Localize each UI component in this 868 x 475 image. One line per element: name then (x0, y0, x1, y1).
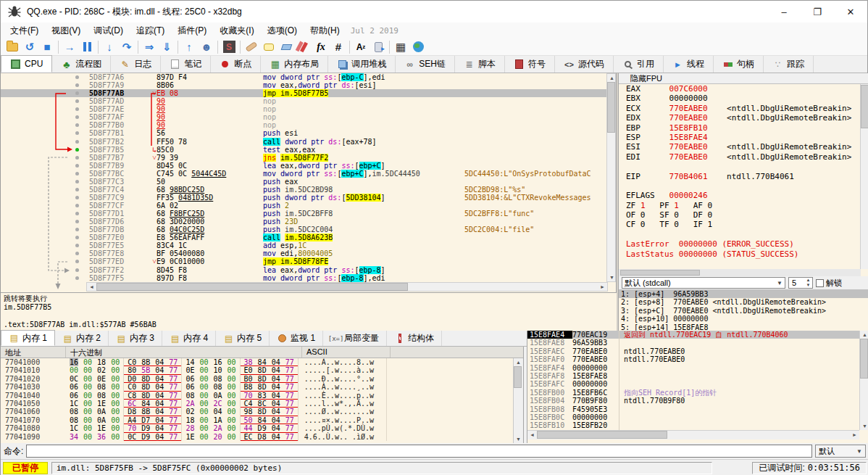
breakpoint-gutter[interactable] (1, 105, 86, 113)
breakpoint-gutter[interactable] (1, 146, 86, 154)
breakpoint-dot[interactable] (75, 180, 79, 183)
breakpoint-dot[interactable] (75, 131, 79, 135)
settings-globe-icon[interactable] (409, 39, 427, 55)
breakpoint-dot[interactable] (75, 107, 79, 111)
breakpoint-gutter[interactable] (1, 81, 86, 89)
call-arguments-list[interactable]: 1: [esp+4] 96A59BB32: [esp+8] 770EABE0 <… (619, 289, 868, 331)
dump-row[interactable]: 7704107008000A00A4D7047718001A0050840477… (1, 416, 512, 424)
dump-vertical-scrollbar[interactable]: ▲ ▼ (513, 358, 523, 443)
unlock-checkbox[interactable]: 解锁 (816, 278, 842, 289)
register-line[interactable]: EFLAGS 00000246 (619, 191, 861, 200)
registers-horizontal-scrollbar[interactable] (619, 269, 861, 276)
title-bar[interactable]: QQ.exe - PID: 268C - 模块: im.dll - 线程: 25… (1, 1, 867, 22)
register-line[interactable]: LastError 00000000 (ERROR_SUCCESS) (619, 239, 861, 249)
stop-icon[interactable]: ■ (38, 39, 56, 55)
breakpoint-dot[interactable] (75, 123, 79, 127)
breakpoint-dot[interactable] (75, 212, 79, 215)
breakpoint-gutter[interactable] (1, 97, 86, 105)
scroll-left-arrow[interactable]: ◄ (87, 283, 96, 291)
breakpoint-gutter[interactable] (1, 257, 86, 265)
disasm-row[interactable]: 5D8F77ED˅E9 0C010000jmp im.5D8F78FE (1, 257, 606, 265)
tab-内存1[interactable]: ▤内存 1 (1, 330, 55, 346)
dump-row[interactable]: 7704106008000A00D88B047702000400988D0477… (1, 408, 512, 416)
tab-断点[interactable]: 断点 (211, 56, 261, 73)
breakpoint-gutter[interactable] (1, 170, 86, 178)
disasm-row[interactable]: 5D8F77D168 F8BFC25Dpush im.5DC2BFF85DC2B… (1, 210, 606, 218)
register-line[interactable]: EBP 15E8FB10 (619, 123, 861, 133)
dump-row[interactable]: 7704103006000800C08D047706000800B88D0477… (1, 383, 512, 391)
tab-日志[interactable]: ✎日志 (111, 56, 161, 73)
menu-item-插件[interactable]: 插件(P) (171, 22, 213, 39)
function-icon[interactable]: fx (312, 39, 330, 55)
stack-panel[interactable]: 15E8FAE4770EAC19返回到 ntdll.770EAC19 自 ntd… (527, 331, 868, 443)
pause-icon[interactable] (78, 39, 96, 55)
breakpoint-dot[interactable] (75, 188, 79, 191)
register-line[interactable]: ESI 770EABE0 <ntdll.DbgUiRemoteBreakin> (619, 142, 861, 152)
breakpoint-dot[interactable] (75, 268, 79, 272)
scroll-up-arrow[interactable]: ▲ (514, 358, 523, 366)
scroll-down-arrow[interactable]: ▼ (514, 435, 523, 443)
register-line[interactable] (619, 230, 861, 239)
breakpoint-gutter[interactable] (1, 234, 86, 241)
register-line[interactable]: EDX 770EABE0 <ntdll.DbgUiRemoteBreakin> (619, 113, 861, 123)
menu-item-追踪[interactable]: 追踪(T) (130, 22, 171, 39)
modules-icon[interactable] (370, 39, 387, 55)
breakpoint-gutter[interactable] (1, 194, 86, 202)
memory-dump-panel[interactable]: 地址 十六进制 ASCII 7704100016001800C08B047714… (1, 347, 524, 443)
label-icon[interactable] (277, 39, 295, 55)
stack-row[interactable]: 15E8FAEC770EABE0ntdll.770EABE0 (527, 347, 859, 355)
tab-跟踪[interactable]: ∵跟踪 (764, 56, 814, 73)
register-line[interactable]: ECX 770EABE0 <ntdll.DbgUiRemoteBreakin> (619, 104, 861, 113)
disasm-row[interactable]: 5D8F77F5897D F8mov dword ptr ss:[ebp-8],… (1, 274, 606, 282)
call-argument-row[interactable]: 4: [esp+10] 00000000 (619, 315, 868, 323)
disasm-horizontal-scrollbar[interactable]: ◄ ► (86, 282, 608, 292)
tab-SEH链[interactable]: ∞SEH链 (396, 56, 455, 73)
register-line[interactable]: EBX 00000000 (619, 94, 861, 103)
disasm-row[interactable]: 5D8F77B7˅79 39jns im.5D8F77F2 (1, 154, 606, 162)
breakpoint-gutter[interactable] (1, 226, 86, 234)
register-line[interactable]: EDI 770EABE0 <ntdll.DbgUiRemoteBreakin> (619, 152, 861, 162)
argument-depth-stepper[interactable]: 5 ▲▼ (788, 277, 813, 289)
registers-vertical-scrollbar[interactable] (860, 84, 868, 269)
breakpoint-dot-green[interactable] (75, 148, 79, 152)
breakpoint-dot[interactable] (75, 252, 79, 255)
stack-row[interactable]: 15E8FAFC00000000 (527, 380, 859, 388)
register-line[interactable]: ESP 15E8FAE4 (619, 133, 861, 142)
comment-icon[interactable] (260, 39, 277, 55)
tab-源代码[interactable]: <>源代码 (555, 56, 614, 73)
breakpoint-dot[interactable] (75, 204, 79, 207)
dump-row[interactable]: 77041090340036000CD904771E002000ECD80477… (1, 433, 512, 441)
disasm-row[interactable]: 5D8F77DB68 04C0C25Dpush im.5DC2C0045DC2C… (1, 226, 606, 234)
run-to-user-code-icon[interactable]: ☻ (198, 39, 215, 55)
menu-item-调试[interactable]: 调试(D) (87, 22, 130, 39)
breakpoint-gutter[interactable] (1, 241, 86, 249)
dump-row[interactable]: 7704104006000800C88D047708000A0070830477… (1, 392, 512, 400)
call-argument-row[interactable]: 2: [esp+8] 770EABE0 <ntdll.DbgUiRemoteBr… (619, 298, 868, 306)
breakpoint-gutter[interactable] (1, 121, 86, 129)
scroll-up-arrow[interactable]: ▲ (607, 74, 617, 82)
stack-row[interactable]: 15E8FB1015E8FB20 (527, 421, 859, 429)
register-line[interactable] (619, 181, 861, 191)
breakpoint-dot[interactable] (75, 156, 79, 160)
scroll-down-arrow[interactable]: ▼ (607, 273, 617, 281)
close-button[interactable]: ✕ (834, 1, 867, 22)
disasm-row[interactable]: 5D8F77B156push esi (1, 129, 606, 137)
disasm-row[interactable]: 5D8F77AE90nop (1, 105, 606, 113)
disasm-row[interactable]: 5D8F77AB˅EB 08jmp im.5D8F77B5 (1, 89, 606, 97)
disasm-row[interactable]: 5D8F77BCC745 0C 5044C45Dmov dword ptr ss… (1, 170, 606, 178)
breakpoint-dot[interactable] (75, 236, 79, 239)
patch-icon[interactable] (243, 39, 260, 55)
tab-监视1[interactable]: 监视 1 (270, 331, 323, 346)
breakpoint-dot[interactable] (75, 172, 79, 175)
stack-horizontal-scrollbar[interactable]: ◄ ► (527, 430, 859, 439)
hash-icon[interactable]: # (330, 39, 347, 55)
tab-CPU[interactable]: CPU (1, 55, 52, 73)
command-script-type-select[interactable]: 默认▼ (815, 445, 866, 458)
stack-row[interactable]: 15E8FB08F45905E3 (527, 405, 859, 413)
tab-内存5[interactable]: ▤内存 5 (216, 331, 270, 346)
disasm-row[interactable]: 5D8F77C468 98BDC25Dpush im.5DC2BD985DC2B… (1, 186, 606, 194)
stack-row[interactable]: 15E8FB04770B9F80ntdll.770B9F80 (527, 397, 859, 405)
stack-vertical-scrollbar[interactable]: ▲ ▼ (859, 331, 868, 430)
step-out-icon[interactable]: ⇓ (158, 39, 175, 55)
disasm-row[interactable]: 5D8F77E0E8 56EAFAFFcall im.5D8A623B (1, 234, 606, 241)
